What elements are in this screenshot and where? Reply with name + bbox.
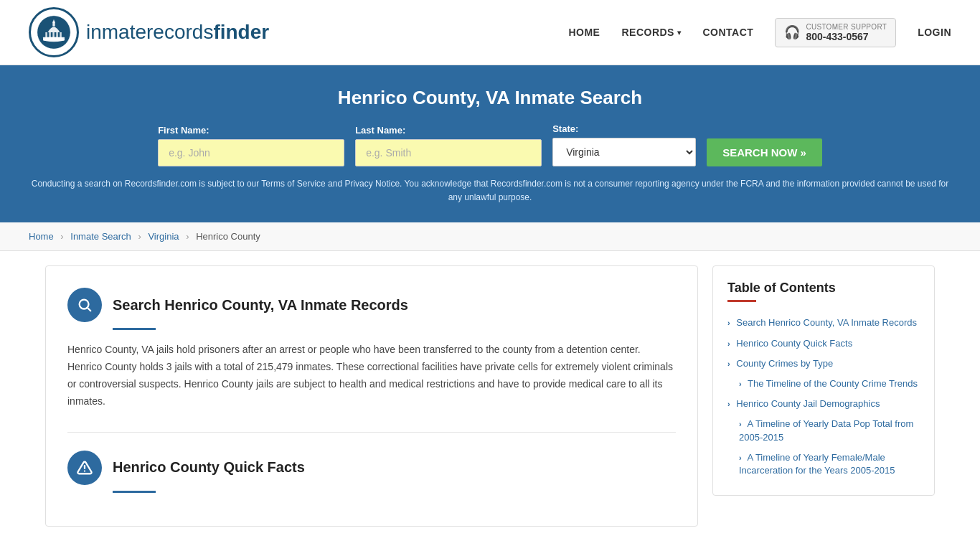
chevron-right-icon-4: › [739,380,742,388]
first-name-input[interactable] [158,139,344,166]
breadcrumb: Home › Inmate Search › Virginia › Henric… [0,222,980,251]
section2-header: Henrico County Quick Facts [67,451,676,485]
state-group: State: Virginia Alabama Alaska Californi… [552,123,696,166]
toc-item-1: › Search Henrico County, VA Inmate Recor… [727,313,920,333]
breadcrumb-virginia[interactable]: Virginia [148,231,179,242]
toc-link-7[interactable]: › A Timeline of Yearly Female/Male Incar… [739,451,920,477]
last-name-group: Last Name: [355,125,542,166]
breadcrumb-sep1: › [60,231,63,242]
section1-header: Search Henrico County, VA Inmate Records [67,288,676,322]
main-nav: HOME RECORDS ▾ CONTACT 🎧 CUSTOMER SUPPOR… [568,18,951,47]
nav-records[interactable]: RECORDS ▾ [621,27,681,38]
last-name-input[interactable] [355,139,542,166]
section1-underline [113,328,156,330]
breadcrumb-sep2: › [138,231,141,242]
svg-rect-5 [52,32,55,38]
logo-text: inmaterecordsfinder [86,21,269,44]
toc-item-6: › A Timeline of Yearly Data Pop Total fr… [727,414,920,447]
nav-home[interactable]: HOME [568,27,600,38]
site-header: inmaterecordsfinder HOME RECORDS ▾ CONTA… [0,0,980,65]
breadcrumb-inmate-search[interactable]: Inmate Search [70,231,131,242]
disclaimer-text: Conducting a search on Recordsfinder.com… [29,177,951,204]
breadcrumb-sep3: › [186,231,189,242]
support-info: CUSTOMER SUPPORT 800-433-0567 [806,23,887,42]
search-button[interactable]: SEARCH NOW » [707,138,822,166]
state-label: State: [552,123,696,134]
breadcrumb-home[interactable]: Home [29,231,54,242]
nav-login[interactable]: LOGIN [918,27,951,38]
toc-list: › Search Henrico County, VA Inmate Recor… [727,313,920,481]
main-content: Search Henrico County, VA Inmate Records… [31,265,949,526]
toc-link-4[interactable]: › The Timeline of the County Crime Trend… [739,377,920,390]
chevron-right-icon-6: › [739,420,742,428]
logo-area: inmaterecordsfinder [29,7,269,57]
svg-rect-7 [60,32,62,38]
toc-link-5[interactable]: › Henrico County Jail Demographics [727,397,920,410]
chevron-right-icon-7: › [739,453,742,462]
logo-icon [29,7,79,57]
toc-item-3: › County Crimes by Type [727,354,920,374]
toc-item-2: › Henrico County Quick Facts [727,334,920,354]
chevron-right-icon-2: › [727,339,730,348]
toc-item-4: › The Timeline of the County Crime Trend… [727,374,920,394]
section2-title: Henrico County Quick Facts [113,459,305,476]
first-name-label: First Name: [158,125,344,136]
svg-rect-4 [49,32,51,38]
toc-item-5: › Henrico County Jail Demographics [727,394,920,414]
toc-title: Table of Contents [727,281,920,296]
chevron-right-icon-5: › [727,400,730,408]
section1-text: Henrico County, VA jails hold prisoners … [67,342,676,417]
chevron-right-icon-3: › [727,359,730,368]
warning-icon-circle [67,451,102,485]
headset-icon: 🎧 [784,24,800,40]
svg-rect-3 [45,32,47,38]
chevron-right-icon-1: › [727,319,730,327]
breadcrumb-current: Henrico County [196,231,260,242]
content-right: Table of Contents › Search Henrico Count… [712,265,935,526]
support-box: 🎧 CUSTOMER SUPPORT 800-433-0567 [775,18,896,47]
toc-underline [727,300,756,302]
section2-underline [113,491,156,493]
content-left: Search Henrico County, VA Inmate Records… [45,265,698,526]
toc-link-6[interactable]: › A Timeline of Yearly Data Pop Total fr… [739,418,920,443]
nav-contact[interactable]: CONTACT [702,27,753,38]
svg-line-11 [88,309,90,311]
toc-item-7: › A Timeline of Yearly Female/Male Incar… [727,448,920,481]
first-name-group: First Name: [158,125,344,166]
toc-link-3[interactable]: › County Crimes by Type [727,357,920,370]
toc-box: Table of Contents › Search Henrico Count… [712,265,935,496]
search-hero: Henrico County, VA Inmate Search First N… [0,65,980,222]
records-chevron-icon: ▾ [677,29,682,37]
search-form: First Name: Last Name: State: Virginia A… [29,123,951,166]
section-divider [67,432,676,433]
toc-link-1[interactable]: › Search Henrico County, VA Inmate Recor… [727,316,920,329]
toc-link-2[interactable]: › Henrico County Quick Facts [727,337,920,350]
svg-rect-6 [56,32,58,38]
hero-title: Henrico County, VA Inmate Search [29,87,951,109]
last-name-label: Last Name: [355,125,542,136]
state-select[interactable]: Virginia Alabama Alaska California Flori… [552,138,696,166]
section2: Henrico County Quick Facts [67,451,676,493]
search-icon-circle [67,288,102,322]
section1-title: Search Henrico County, VA Inmate Records [113,297,408,314]
